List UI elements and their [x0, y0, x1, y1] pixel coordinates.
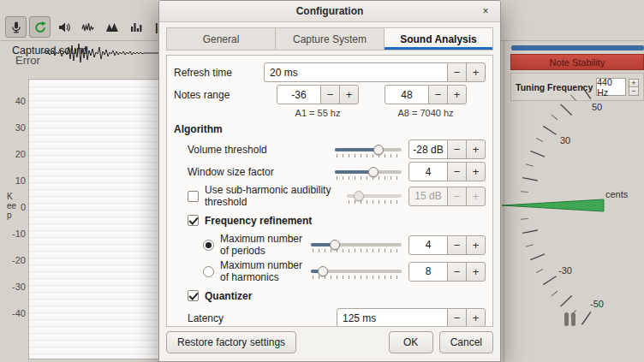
- sound-output-button[interactable]: [53, 16, 75, 38]
- max-harmonics-slider[interactable]: [311, 264, 402, 279]
- gauge-unit-label: cents: [605, 189, 629, 199]
- max-harmonics-radio[interactable]: [203, 266, 214, 277]
- waveform-icon: [81, 21, 95, 34]
- max-harmonics-value[interactable]: 8: [408, 262, 448, 282]
- speaker-icon: [57, 21, 71, 34]
- volume-threshold-row: Volume threshold -28 dB − +: [174, 139, 486, 159]
- axis-label: 30: [15, 123, 26, 133]
- latency-row: Latency 125 ms − +: [174, 308, 486, 327]
- slider-handle[interactable]: [368, 167, 379, 177]
- subharmonic-label: Use sub-harmonic audibility threshold: [205, 184, 347, 208]
- max-periods-increment-button[interactable]: +: [466, 235, 486, 255]
- notes-range-max-increment-button[interactable]: +: [447, 85, 467, 104]
- window-size-factor-decrement-button[interactable]: −: [447, 162, 467, 181]
- gauge-label-minus30: -30: [558, 265, 572, 276]
- subharmonic-checkbox[interactable]: [188, 191, 199, 202]
- max-periods-label: Maximum number of periods: [220, 233, 311, 257]
- axis-label: -10: [12, 229, 26, 239]
- refresh-time-decrement-button[interactable]: −: [447, 62, 467, 82]
- waveform-view-button[interactable]: [77, 16, 98, 38]
- subharmonic-value: 15 dB: [408, 187, 448, 206]
- gauge-label-minus50: -50: [590, 299, 604, 309]
- dialog-button-row: Restore factory settings OK Cancel: [159, 331, 500, 361]
- volume-threshold-increment-button[interactable]: +: [466, 139, 486, 159]
- error-axis: 40 30 20 10 0 -10 -20 -30 -40: [3, 77, 26, 334]
- notes-range-hints: A1 = 55 hz A8 = 7040 hz: [174, 107, 486, 119]
- histogram-view-button[interactable]: [125, 16, 146, 38]
- window-size-factor-slider[interactable]: [335, 164, 402, 180]
- max-periods-decrement-button[interactable]: −: [447, 235, 467, 255]
- slider-handle[interactable]: [330, 240, 340, 250]
- frequency-refinement-checkbox[interactable]: [188, 215, 199, 226]
- cents-gauge: 50 30 -30 -50 cents: [488, 81, 644, 362]
- axis-label: 10: [15, 176, 26, 186]
- ok-button[interactable]: OK: [389, 331, 433, 353]
- quantizer-checkbox[interactable]: [188, 290, 199, 301]
- quantizer-row: Quantizer: [174, 286, 486, 306]
- window-size-factor-label: Window size factor: [188, 166, 335, 178]
- max-harmonics-increment-button[interactable]: +: [466, 262, 486, 282]
- max-periods-radio[interactable]: [203, 240, 214, 251]
- tab-sound-analysis[interactable]: Sound Analysis: [384, 27, 493, 50]
- subharmonic-slider: [347, 188, 402, 204]
- window-size-factor-row: Window size factor 4 − +: [174, 162, 486, 181]
- gauge-foot-mark-left: [564, 312, 569, 326]
- notes-range-min-decrement-button[interactable]: −: [320, 85, 340, 104]
- max-harmonics-row: Maximum number of harmonics 8 − +: [174, 259, 486, 283]
- error-plot: [28, 79, 159, 359]
- notes-range-label: Notes range: [174, 89, 277, 101]
- configuration-dialog: Configuration × General Capture System S…: [158, 0, 501, 362]
- refresh-time-row: Refresh time 20 ms − +: [174, 62, 486, 82]
- quantizer-label: Quantizer: [205, 290, 486, 302]
- notes-range-max-input[interactable]: 48: [385, 85, 429, 104]
- axis-label: 0: [21, 203, 26, 212]
- volume-threshold-decrement-button[interactable]: −: [447, 139, 467, 159]
- refresh-green-icon: [33, 21, 47, 34]
- auto-refresh-button[interactable]: [29, 16, 51, 38]
- window-size-factor-increment-button[interactable]: +: [466, 162, 486, 181]
- gauge-foot-mark-right: [571, 312, 575, 326]
- gauge-needle: [502, 199, 604, 211]
- algorithm-header: Algorithm: [174, 123, 223, 135]
- volume-threshold-value[interactable]: -28 dB: [408, 139, 448, 159]
- refresh-time-increment-button[interactable]: +: [466, 62, 486, 82]
- subharmonic-decrement-button: −: [447, 187, 467, 206]
- window-size-factor-value[interactable]: 4: [408, 162, 448, 181]
- subharmonic-increment-button: +: [466, 187, 486, 206]
- note-stability-bar: Note Stability: [510, 54, 644, 70]
- close-icon[interactable]: ×: [479, 4, 492, 18]
- max-harmonics-decrement-button[interactable]: −: [447, 262, 467, 282]
- notes-range-min-hint: A1 = 55 hz: [277, 108, 359, 118]
- capture-sound-button[interactable]: [5, 16, 27, 38]
- refresh-time-label: Refresh time: [174, 67, 264, 79]
- notes-range-min-increment-button[interactable]: +: [339, 85, 359, 104]
- slider-handle[interactable]: [318, 266, 328, 276]
- spectrum-icon: [105, 21, 119, 34]
- dialog-title: Configuration: [296, 5, 364, 17]
- tab-general[interactable]: General: [166, 27, 276, 50]
- latency-input[interactable]: 125 ms: [337, 308, 448, 327]
- gauge-label-plus30: 30: [560, 135, 570, 145]
- tab-capture-system[interactable]: Capture System: [275, 27, 385, 50]
- latency-increment-button[interactable]: +: [466, 308, 486, 327]
- microphone-icon: [9, 21, 23, 34]
- notes-range-min-input[interactable]: -36: [277, 85, 321, 104]
- frequency-refinement-row: Frequency refinement: [174, 211, 486, 230]
- volume-level-bar: [511, 45, 644, 50]
- latency-label: Latency: [188, 312, 337, 324]
- refresh-time-input[interactable]: 20 ms: [264, 62, 448, 82]
- slider-handle[interactable]: [373, 145, 384, 155]
- max-periods-value[interactable]: 4: [408, 235, 448, 255]
- captured-sound-label: Captured sound: [12, 45, 88, 56]
- max-harmonics-label: Maximum number of harmonics: [220, 259, 311, 283]
- notes-range-max-decrement-button[interactable]: −: [428, 85, 448, 104]
- max-periods-slider[interactable]: [311, 237, 402, 252]
- volume-threshold-slider[interactable]: [335, 142, 402, 157]
- spectrum-view-button[interactable]: [101, 16, 122, 38]
- latency-decrement-button[interactable]: −: [447, 308, 467, 327]
- notes-range-max-hint: A8 = 7040 hz: [385, 108, 467, 118]
- sound-analysis-panel: Refresh time 20 ms − + Notes range -36 −…: [166, 55, 493, 327]
- cancel-button[interactable]: Cancel: [439, 331, 493, 353]
- restore-factory-settings-button[interactable]: Restore factory settings: [166, 331, 296, 353]
- dialog-titlebar[interactable]: Configuration ×: [159, 1, 500, 22]
